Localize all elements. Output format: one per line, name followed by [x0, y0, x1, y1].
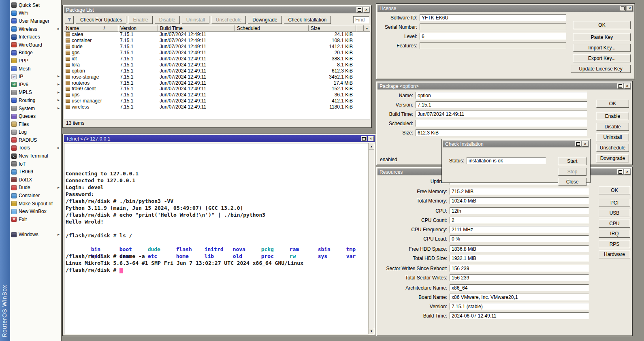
unschedule-button[interactable]: Unschedule [596, 144, 629, 152]
table-row[interactable]: tr069-client7.15.1Jun/07/2024 12:49:1115… [64, 86, 370, 92]
close-icon[interactable] [627, 6, 633, 11]
ok-button[interactable]: OK [596, 100, 629, 108]
level-value[interactable]: 6 [420, 33, 566, 40]
sidebar-item-wifi[interactable]: WiFi [10, 9, 61, 17]
sidebar-item-wireless[interactable]: Wireless [10, 25, 61, 33]
close-button[interactable]: Close [558, 178, 586, 186]
build-time-value[interactable]: 2024-06-07 12:49:11 [450, 312, 589, 319]
column-select-button[interactable] [364, 25, 370, 32]
installation-status-value[interactable]: installation is ok [467, 157, 546, 164]
sidebar-item-mpls[interactable]: MPLS [10, 89, 61, 97]
size-value[interactable]: 612.3 KiB [416, 129, 587, 136]
rps-button[interactable]: RPS [599, 240, 630, 248]
filter-icon[interactable] [65, 16, 74, 24]
close-icon[interactable] [363, 7, 369, 13]
sidebar-item-wireguard[interactable]: WireGuard [10, 41, 61, 49]
sidebar-item-new-winbox[interactable]: New WinBox [10, 207, 61, 215]
cpu-count-value[interactable]: 2 [450, 217, 589, 224]
scheduled-value[interactable] [416, 120, 587, 127]
import-key-button[interactable]: Import Key... [573, 44, 631, 52]
maximize-icon[interactable] [617, 169, 623, 175]
close-icon[interactable] [624, 169, 630, 175]
total-sector-writes-value[interactable]: 156 239 [450, 274, 589, 281]
column-header-version[interactable]: Version [118, 25, 158, 32]
table-row[interactable]: lora7.15.1Jun/07/2024 12:49:118.1 KiB [64, 62, 370, 68]
package-list-titlebar[interactable]: Package List [64, 6, 370, 13]
scroll-down-icon[interactable] [369, 328, 374, 334]
usb-button[interactable]: USB [599, 209, 630, 217]
sector-writes-since-reboot-value[interactable]: 156 239 [450, 265, 589, 272]
sidebar-item-new-terminal[interactable]: New Terminal [10, 152, 61, 160]
sidebar-item-ppp[interactable]: PPP [10, 57, 61, 65]
table-row[interactable]: routeros7.15.1Jun/07/2024 12:49:1117.4 M… [64, 80, 370, 86]
export-key-button[interactable]: Export Key... [573, 54, 631, 62]
sidebar-item-log[interactable]: Log [10, 128, 61, 136]
sidebar-item-iot[interactable]: IoT [10, 160, 61, 168]
table-row[interactable]: rose-storage7.15.1Jun/07/2024 12:49:1134… [64, 74, 370, 80]
ok-button[interactable]: OK [599, 186, 630, 194]
downgrade-button[interactable]: Downgrade [248, 16, 281, 24]
irq-button[interactable]: IRQ [599, 230, 630, 238]
scrollbar[interactable] [368, 143, 374, 334]
telnet-titlebar[interactable]: Telnet <7> 127.0.0.1 [64, 135, 375, 142]
sidebar-item-tools[interactable]: Tools [10, 144, 61, 152]
downgrade-button[interactable]: Downgrade [596, 154, 629, 162]
column-header-size[interactable]: Size [309, 25, 356, 32]
start-button[interactable]: Start [558, 157, 586, 165]
package-option-titlebar[interactable]: Package <option> [377, 83, 631, 90]
sidebar-item-dude[interactable]: Dude [10, 184, 61, 192]
maximize-icon[interactable] [575, 141, 581, 147]
free-hdd-space-value[interactable]: 1836.8 MiB [450, 245, 589, 252]
version-value[interactable]: 7.15.1 [416, 101, 587, 108]
table-row[interactable]: calea7.15.1Jun/07/2024 12:49:1124.1 KiB [64, 32, 370, 38]
hardware-button[interactable]: Hardware [599, 250, 630, 258]
check-installation-titlebar[interactable]: Check Installation [443, 141, 589, 147]
paste-key-button[interactable]: Paste Key [573, 33, 631, 41]
software-id-value[interactable]: YFTK-EK6U [420, 14, 566, 21]
sidebar-item-ip[interactable]: IP [10, 72, 61, 81]
sidebar-item-bridge[interactable]: Bridge [10, 49, 61, 57]
table-row[interactable]: dude7.15.1Jun/07/2024 12:49:111412.1 KiB [64, 44, 370, 50]
close-icon[interactable] [624, 83, 630, 89]
architecture-name-value[interactable]: x86_64 [450, 284, 589, 291]
sidebar-item-quick-set[interactable]: Quick Set [10, 1, 61, 9]
version-value[interactable]: 7.15.1 (stable) [450, 303, 589, 310]
find-input[interactable]: Find [353, 16, 369, 23]
license-titlebar[interactable]: License [377, 5, 633, 12]
pci-button[interactable]: PCI [599, 199, 630, 207]
maximize-icon[interactable] [620, 6, 626, 11]
sidebar-item-radius[interactable]: RADIUS [10, 136, 61, 144]
table-row[interactable]: ups7.15.1Jun/07/2024 12:49:1136.1 KiB [64, 92, 370, 98]
ok-button[interactable]: OK [573, 21, 631, 29]
sidebar-item-tr069[interactable]: TR069 [10, 168, 61, 176]
column-header-scheduled[interactable]: Scheduled [235, 25, 309, 32]
maximize-icon[interactable] [361, 136, 367, 141]
table-row[interactable]: gps7.15.1Jun/07/2024 12:49:1120.1 KiB [64, 50, 370, 56]
sidebar-item-dot1x[interactable]: Dot1X [10, 176, 61, 184]
terminal-content[interactable]: Connecting to 127.0.0.1 Connected to 127… [64, 143, 368, 334]
sidebar-item-exit[interactable]: Exit [10, 215, 61, 224]
sidebar-item-container[interactable]: Container [10, 192, 61, 200]
maximize-icon[interactable] [356, 7, 363, 13]
sidebar-item-queues[interactable]: Queues [10, 112, 61, 120]
column-header-build-time[interactable]: Build Time [158, 25, 235, 32]
cpu-value[interactable]: 12th [450, 207, 589, 214]
close-icon[interactable] [368, 136, 374, 141]
cpu-load-value[interactable]: 0 % [450, 235, 589, 242]
table-row[interactable]: iot7.15.1Jun/07/2024 12:49:11388.1 KiB [64, 56, 370, 62]
scrollbar-track[interactable] [369, 149, 374, 328]
total-hdd-size-value[interactable]: 1932.1 MiB [450, 255, 589, 262]
sidebar-item-routing[interactable]: Routing [10, 96, 61, 104]
total-memory-value[interactable]: 1024.0 MiB [450, 197, 589, 204]
check-installation-button[interactable]: Check Installation [284, 16, 331, 24]
sidebar-item-windows[interactable]: Windows [10, 231, 61, 239]
build-time-value[interactable]: Jun/07/2024 12:49:11 [416, 111, 587, 117]
name-value[interactable]: option [416, 92, 587, 99]
cpu-frequency-value[interactable]: 2111 MHz [450, 226, 589, 233]
uninstall-button[interactable]: Uninstall [596, 133, 629, 141]
enable-button[interactable]: Enable [596, 112, 629, 120]
check-for-updates-button[interactable]: Check For Updates [76, 16, 126, 24]
cpu-button[interactable]: CPU [599, 220, 630, 228]
scroll-up-icon[interactable] [369, 143, 374, 149]
table-row[interactable]: option7.15.1Jun/07/2024 12:49:11612.3 Ki… [64, 68, 370, 74]
